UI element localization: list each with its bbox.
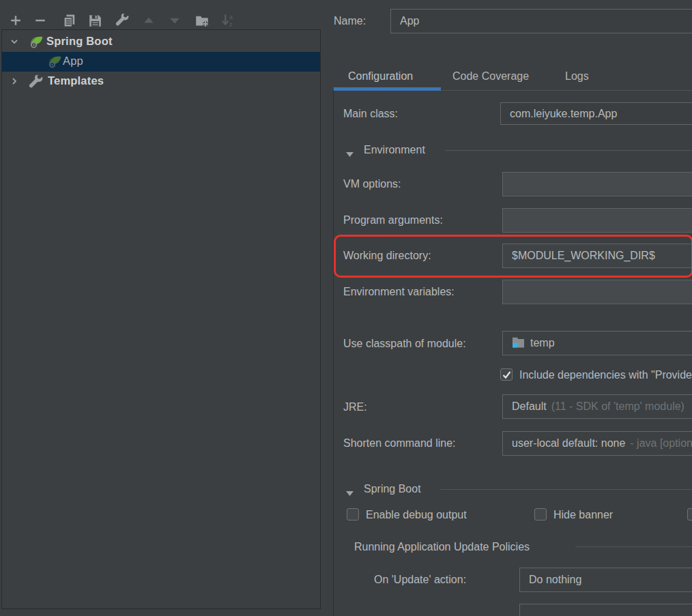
on-frame-deactivation-combobox[interactable] <box>519 604 692 616</box>
arrow-up-icon <box>143 14 155 27</box>
chevron-right-icon[interactable] <box>10 76 19 86</box>
configurations-toolbar: az <box>0 0 321 29</box>
tree-item-templates[interactable]: Templates <box>2 72 320 91</box>
update-policies-section-label: Running Application Update Policies <box>354 541 530 553</box>
sort-alpha-icon: az <box>221 14 235 27</box>
svg-text:a: a <box>229 14 233 20</box>
include-provided-label: Include dependencies with "Provided" sco… <box>519 369 692 381</box>
move-up-button[interactable] <box>140 12 158 29</box>
jre-label: JRE: <box>343 401 367 413</box>
svg-text:z: z <box>229 21 232 27</box>
collapse-arrow-icon[interactable] <box>346 147 354 153</box>
on-update-action-combobox[interactable]: Do nothing <box>519 568 692 592</box>
enable-debug-output-checkbox[interactable] <box>347 508 359 520</box>
shorten-hint: - java [options] className [args] <box>630 437 692 450</box>
section-divider <box>575 546 692 547</box>
name-input[interactable]: App <box>390 9 692 33</box>
tab-configuration[interactable]: Configuration <box>348 70 413 83</box>
configurations-tree: Spring Boot App Templates <box>1 29 321 609</box>
configurations-sidebar: az Spring Boot App Templates <box>0 0 321 609</box>
working-directory-input[interactable]: $MODULE_WORKING_DIR$ <box>502 244 692 268</box>
spring-boot-section-label: Spring Boot <box>364 483 421 495</box>
move-down-button[interactable] <box>166 12 184 29</box>
main-class-label: Main class: <box>343 108 398 120</box>
tree-item-label: Templates <box>48 74 104 87</box>
working-directory-label: Working directory: <box>343 250 431 262</box>
hide-banner-checkbox[interactable] <box>534 508 547 520</box>
spring-boot-run-config-icon <box>47 54 63 70</box>
use-classpath-label: Use classpath of module: <box>343 338 466 350</box>
save-icon <box>89 14 102 27</box>
collapse-arrow-icon[interactable] <box>346 486 354 492</box>
program-arguments-label: Program arguments: <box>343 214 443 226</box>
wrench-icon <box>29 75 44 91</box>
arrow-down-icon <box>169 14 181 27</box>
tree-item-label: App <box>63 55 83 68</box>
shorten-command-line-label: Shorten command line: <box>343 437 456 450</box>
jre-combobox[interactable]: Default (11 - SDK of 'temp' module) <box>502 394 692 419</box>
program-arguments-input[interactable] <box>502 208 692 233</box>
on-update-action-label: On 'Update' action: <box>374 574 466 586</box>
active-tab-underline <box>334 87 441 91</box>
remove-configuration-button[interactable] <box>31 12 49 29</box>
environment-variables-input[interactable] <box>502 280 692 304</box>
tree-item-app[interactable]: App <box>2 52 320 72</box>
vm-options-label: VM options: <box>343 178 401 190</box>
include-provided-checkbox[interactable] <box>500 368 513 381</box>
edit-templates-button[interactable] <box>113 12 131 29</box>
copy-configuration-button[interactable] <box>60 12 78 29</box>
copy-icon <box>63 14 76 27</box>
tab-logs[interactable]: Logs <box>565 70 589 83</box>
new-folder-icon <box>195 14 209 27</box>
environment-variables-label: Environment variables: <box>343 286 455 298</box>
add-configuration-button[interactable] <box>7 12 25 29</box>
spring-boot-icon <box>29 34 44 50</box>
main-class-input[interactable]: com.leiyuke.temp.App <box>500 102 692 125</box>
tree-item-label: Spring Boot <box>46 35 113 48</box>
environment-section-label: Environment <box>364 144 425 156</box>
module-icon <box>512 336 525 351</box>
tab-strip-divider <box>441 90 692 91</box>
minus-icon <box>34 14 46 27</box>
save-configuration-button[interactable] <box>86 12 104 29</box>
tab-code-coverage[interactable]: Code Coverage <box>452 70 529 83</box>
hide-banner-label: Hide banner <box>553 509 613 521</box>
enable-debug-output-label: Enable debug output <box>366 509 467 521</box>
shorten-command-line-combobox[interactable]: user-local default: none - java [options… <box>502 431 692 456</box>
tree-item-spring-boot[interactable]: Spring Boot <box>2 32 320 52</box>
chevron-down-icon[interactable] <box>10 37 19 46</box>
use-classpath-combobox[interactable]: temp <box>502 331 692 355</box>
create-new-folder-button[interactable] <box>193 12 211 29</box>
sort-configurations-button[interactable]: az <box>219 12 237 29</box>
section-divider <box>440 489 692 490</box>
cutoff-checkbox[interactable] <box>687 508 692 520</box>
wrench-icon <box>115 14 129 27</box>
section-divider <box>445 150 692 151</box>
jre-hint: (11 - SDK of 'temp' module) <box>551 400 684 413</box>
plus-icon <box>10 14 22 27</box>
name-label: Name: <box>334 15 366 27</box>
content-left-border <box>333 91 334 616</box>
vm-options-input[interactable] <box>502 172 692 196</box>
